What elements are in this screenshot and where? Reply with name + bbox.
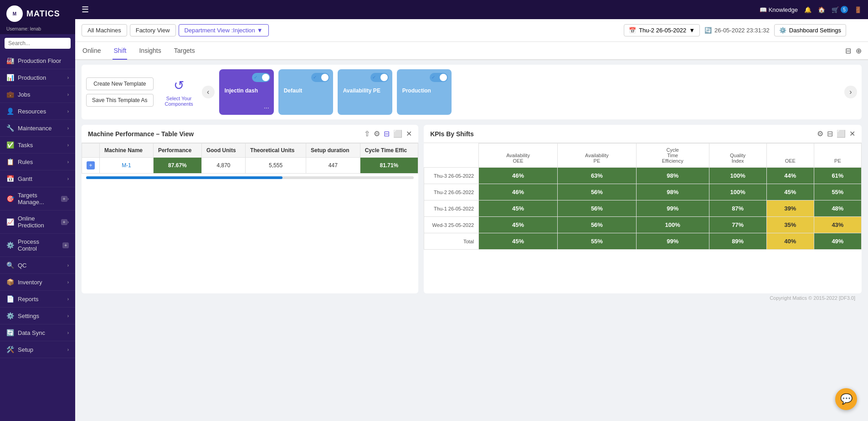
card-toggle-production-card[interactable]: ✓ — [430, 73, 448, 82]
nav-tab-online[interactable]: Online — [82, 42, 102, 60]
kpi-row-label: Thu-3 26-05-2022 — [424, 168, 479, 184]
nav-tab-shift[interactable]: Shift — [113, 42, 127, 60]
sidebar-item-rules[interactable]: 📋 Rules › — [0, 154, 75, 170]
logo-icon: M — [6, 5, 23, 22]
sidebar-arrow-reports: › — [67, 297, 69, 302]
datetime-value: 26-05-2022 23:31:32 — [714, 27, 770, 34]
sidebar-icon-settings: ⚙️ — [6, 312, 14, 319]
kpi-oee: 44% — [766, 168, 814, 184]
sidebar-icon-targets-manage: 🎯 — [6, 195, 14, 202]
cart-item[interactable]: 🛒 5 — [832, 6, 848, 13]
topbar-right: 📖 Knowledge 🔔 🏠 🛒 5 🚪 — [760, 6, 862, 13]
dashboard-settings-btn[interactable]: ⚙️ Dashboard Settings — [774, 24, 846, 36]
more-options-btn[interactable]: ⋮ — [851, 26, 862, 35]
close-btn[interactable]: ✕ — [406, 129, 412, 138]
dash-card-availability-pe[interactable]: ✓ Availability PE — [338, 69, 392, 115]
dash-card-injectin-dash[interactable]: ✓ Injectin dash ··· — [219, 69, 274, 115]
sidebar-item-settings[interactable]: ⚙️ Settings › — [0, 308, 75, 324]
sub-topbar: All MachinesFactory ViewDepartment View … — [75, 19, 868, 42]
sidebar-item-jobs[interactable]: 💼 Jobs › — [0, 86, 75, 103]
panel-scrollbar-thumb — [86, 176, 282, 179]
carousel-prev-btn[interactable]: ‹ — [202, 86, 215, 98]
card-title-availability-pe: Availability PE — [343, 87, 380, 94]
sidebar-arrow-targets-manage: › — [67, 196, 69, 201]
select-components[interactable]: ↺ Select Your Components — [161, 78, 197, 107]
search-input[interactable] — [5, 38, 71, 49]
filter-panel-btn[interactable]: ⊟ — [384, 129, 390, 138]
sidebar-item-tasks[interactable]: ✅ Tasks › — [0, 137, 75, 154]
expand-row-btn[interactable]: + — [87, 161, 95, 169]
sidebar-item-targets-manage[interactable]: 🎯 Targets Manage... + › — [0, 187, 75, 210]
knowledge-item[interactable]: 📖 Knowledge — [760, 6, 798, 13]
sidebar-item-process-control[interactable]: ⚙️ Process Control + — [0, 234, 75, 257]
date-selector[interactable]: 📅 Thu-2 26-05-2022 ▼ — [624, 24, 700, 36]
check-icon: ✓ — [372, 75, 376, 80]
exit-item[interactable]: 🚪 — [854, 6, 862, 13]
dash-card-production-card[interactable]: ✓ Production — [397, 69, 452, 115]
kpi-pe: 43% — [814, 217, 861, 233]
sub-topbar-right: 📅 Thu-2 26-05-2022 ▼ 🔄 26-05-2022 23:31:… — [624, 24, 862, 36]
kpi-oee: 35% — [766, 217, 814, 233]
kpi-expand-btn[interactable]: ⬜ — [837, 129, 846, 138]
notification-item[interactable]: 🔔 — [804, 6, 812, 13]
kpi-cycle-time: 98% — [636, 184, 709, 200]
sidebar-arrow-online-prediction: › — [67, 220, 69, 225]
sidebar-item-setup[interactable]: 🛠️ Setup › — [0, 341, 75, 358]
sidebar-badge-online-prediction: + — [61, 219, 67, 225]
settings-icon[interactable]: ⊕ — [856, 46, 862, 55]
kpi-settings-btn[interactable]: ⚙ — [817, 129, 823, 138]
nav-tab-insights[interactable]: Insights — [138, 42, 162, 60]
cart-badge: 5 — [841, 6, 848, 13]
sidebar-item-production[interactable]: 📊 Production › — [0, 69, 75, 86]
card-title-default: Default — [284, 87, 303, 94]
share-btn[interactable]: ⇧ — [364, 129, 370, 138]
nav-tab-targets[interactable]: Targets — [173, 42, 196, 60]
hamburger-icon[interactable]: ☰ — [82, 5, 89, 15]
sidebar-label-production-floor: Production Floor — [18, 57, 61, 64]
card-toggle-availability-pe[interactable]: ✓ — [370, 73, 389, 82]
expand-btn[interactable]: ⬜ — [393, 129, 402, 138]
sidebar-item-inventory[interactable]: 📦 Inventory › — [0, 274, 75, 291]
kpi-row: Wed-3 25-05-2022 45% 56% 100% 77% 35% 43… — [424, 217, 862, 233]
create-template-btn[interactable]: Create New Template — [86, 77, 154, 90]
dash-cards: ✓ Injectin dash ··· ✓ Default ✓ Availabi… — [219, 69, 840, 115]
filter-icon[interactable]: ⊟ — [845, 46, 851, 55]
sidebar-icon-online-prediction: 📈 — [6, 218, 14, 226]
sidebar-label-online-prediction: Online Prediction — [18, 215, 56, 229]
sidebar-icon-inventory: 📦 — [6, 278, 14, 286]
sidebar-item-reports[interactable]: 📄 Reports › — [0, 291, 75, 308]
settings-panel-btn[interactable]: ⚙ — [374, 129, 380, 138]
nav-tabs-left: OnlineShiftInsightsTargets — [82, 42, 196, 59]
card-toggle-injectin-dash[interactable]: ✓ — [252, 73, 270, 82]
kpi-cycle-time: 100% — [636, 217, 709, 233]
kpi-quality: 89% — [709, 233, 766, 250]
machine-name-cell[interactable]: M-1 — [100, 158, 154, 174]
sidebar-item-qc[interactable]: 🔍 QC › — [0, 257, 75, 274]
sidebar-item-maintenance[interactable]: 🔧 Maintenance › — [0, 120, 75, 137]
table-row: + M-1 87.67% 4,870 5,555 447 81.71% — [82, 158, 418, 174]
save-template-btn[interactable]: Save This Template As — [86, 94, 154, 107]
home-item[interactable]: 🏠 — [818, 6, 825, 13]
kpi-filter-btn[interactable]: ⊟ — [827, 129, 833, 138]
sidebar-label-inventory: Inventory — [18, 279, 42, 286]
col-performance: Performance — [153, 144, 201, 158]
view-tab-department-view[interactable]: Department View :Injection ▼ — [179, 24, 269, 36]
sidebar-item-resources[interactable]: 👤 Resources › — [0, 103, 75, 120]
chat-bubble[interactable]: 💬 — [835, 388, 857, 410]
sidebar-arrow-jobs: › — [67, 92, 69, 97]
carousel-next-btn[interactable]: › — [844, 86, 857, 98]
sidebar-label-qc: QC — [18, 262, 27, 269]
machine-performance-actions: ⇧ ⚙ ⊟ ⬜ ✕ — [364, 129, 412, 138]
sidebar-item-data-sync[interactable]: 🔄 Data Sync › — [0, 324, 75, 341]
sidebar-item-gantt[interactable]: 📅 Gantt › — [0, 170, 75, 187]
kpi-close-btn[interactable]: ✕ — [849, 129, 855, 138]
logo-text: MATICS — [26, 9, 60, 19]
sidebar-icon-tasks: ✅ — [6, 141, 14, 149]
dash-card-default[interactable]: ✓ Default — [278, 69, 333, 115]
sidebar-item-online-prediction[interactable]: 📈 Online Prediction + › — [0, 210, 75, 234]
view-tab-factory-view[interactable]: Factory View — [130, 24, 176, 36]
card-toggle-default[interactable]: ✓ — [311, 73, 329, 82]
sidebar-item-production-floor[interactable]: 🏭 Production Floor — [0, 52, 75, 69]
view-tab-all-machines[interactable]: All Machines — [82, 24, 127, 36]
sidebar-label-rules: Rules — [18, 159, 33, 165]
